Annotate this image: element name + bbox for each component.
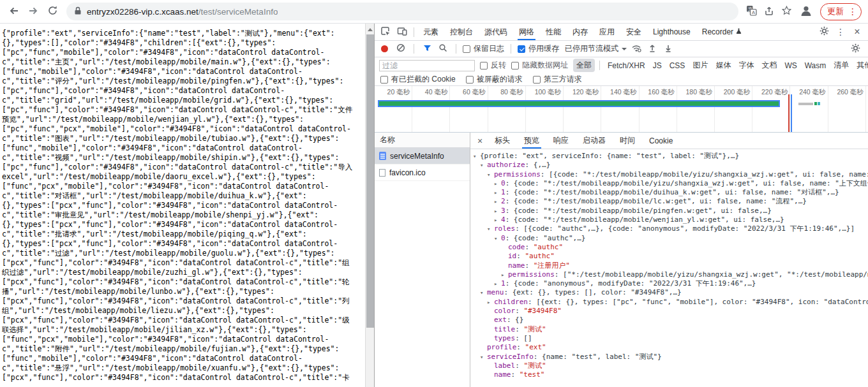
hide-data-urls-checkbox[interactable]: 隐藏数据网址	[511, 60, 568, 71]
tab-性能[interactable]: 性能	[540, 24, 567, 40]
collapse-arrow-icon[interactable]: ▾	[480, 353, 487, 361]
forward-button[interactable]	[24, 3, 42, 20]
checkbox-box[interactable]	[463, 45, 470, 53]
expand-arrow-icon[interactable]: ▸	[494, 179, 501, 188]
translate-icon[interactable]: 文A	[746, 5, 757, 18]
filter-type-Wasm[interactable]: Wasm	[802, 60, 830, 71]
tab-安全[interactable]: 安全	[620, 24, 647, 40]
tree-row[interactable]: ▸children: [{ext: {}, types: ["pc", "fun…	[470, 298, 868, 307]
profile-avatar[interactable]	[799, 4, 813, 20]
checkbox-第三方请求[interactable]: 第三方请求	[533, 74, 582, 85]
detail-tab-时间[interactable]: 时间	[613, 133, 642, 149]
expand-arrow-icon[interactable]: ▸	[494, 215, 501, 224]
checkbox-box[interactable]	[511, 62, 519, 69]
tree-row[interactable]: ▸2: {code: "*:/test/mobileapp/mobile/lc.…	[470, 197, 868, 206]
filter-type-文档[interactable]: 文档	[758, 59, 780, 72]
tree-row[interactable]: ▾serviceInfo: {name: "test", label: "测试"…	[470, 353, 868, 361]
clear-button[interactable]	[394, 43, 407, 55]
checkbox-box[interactable]	[533, 76, 541, 84]
checkbox-有已拦截的 Cookie[interactable]: 有已拦截的 Cookie	[380, 74, 456, 85]
tree-row[interactable]: ▸1: {code: "*:/test/mobileapp/mobile/dui…	[470, 188, 868, 197]
tree-row[interactable]: ▾menu: {ext: {}, types: [], color: "#349…	[470, 288, 868, 297]
filter-type-Fetch/XHR[interactable]: Fetch/XHR	[604, 60, 648, 71]
throttling-dropdown[interactable]: 已停用节流模式	[565, 43, 627, 54]
detail-tab-标头[interactable]: 标头	[488, 133, 517, 149]
checkbox-box[interactable]	[480, 62, 488, 69]
expand-arrow-icon[interactable]: ▸	[501, 270, 508, 279]
device-toolbar-button[interactable]	[394, 24, 410, 40]
page-scrollbar[interactable]	[365, 24, 374, 387]
share-icon[interactable]	[764, 6, 774, 18]
preserve-log-checkbox[interactable]: 保留日志	[463, 43, 504, 54]
tab-内存[interactable]: 内存	[567, 24, 594, 40]
tree-row[interactable]: ▸0: {code: "*:/test/mobileapp/mobile/yiz…	[470, 179, 868, 188]
tree-row[interactable]: ▸1: {code: "anonymous", modifyDate: "202…	[470, 279, 868, 288]
expand-arrow-icon[interactable]: ▸	[494, 197, 501, 206]
disable-cache-checkbox[interactable]: 停用缓存	[518, 43, 559, 54]
filter-type-WS[interactable]: WS	[781, 60, 800, 71]
tree-row[interactable]: ▾authorize: {,…}	[470, 161, 868, 170]
devtools-settings-button[interactable]	[816, 24, 832, 40]
request-row-favicon.ico[interactable]: favicon.ico	[375, 164, 470, 181]
detail-close-button[interactable]: ×	[472, 133, 488, 149]
network-search-button[interactable]	[437, 43, 449, 55]
timeline-overview[interactable]: 20 毫秒40 毫秒60 毫秒80 毫秒100 毫秒120 毫秒140 毫秒16…	[375, 86, 868, 133]
scrollbar-up-button[interactable]	[366, 24, 374, 33]
address-bar[interactable]: entryzx02286-vip.c.xcaas.net/test/servic…	[66, 3, 738, 20]
back-button[interactable]	[5, 3, 23, 20]
chrome-update-button[interactable]: 更新 ⋮	[820, 3, 862, 20]
request-name-header[interactable]: 名称	[375, 133, 470, 148]
filter-input[interactable]	[379, 60, 475, 71]
expand-arrow-icon[interactable]: ▸	[494, 188, 501, 197]
tab-控制台[interactable]: 控制台	[444, 24, 479, 40]
network-conditions-button[interactable]	[630, 43, 643, 55]
tab-源代码[interactable]: 源代码	[479, 24, 513, 40]
collapse-arrow-icon[interactable]: ▾	[487, 224, 494, 233]
export-har-button[interactable]	[662, 43, 675, 55]
tree-row[interactable]: ▸4: {code: "*:/test/mobileapp/mobile/wen…	[470, 215, 868, 224]
detail-tab-响应[interactable]: 响应	[546, 133, 576, 149]
filter-type-图片[interactable]: 图片	[689, 59, 711, 72]
bookmark-star-icon[interactable]	[781, 5, 792, 18]
devtools-menu-button[interactable]: ⋮	[832, 24, 849, 40]
checkbox-box[interactable]	[380, 76, 388, 84]
tab-Recorder[interactable]: Recorder	[696, 24, 747, 40]
tab-应用[interactable]: 应用	[594, 24, 620, 40]
filter-type-其他[interactable]: 其他	[853, 59, 868, 72]
invert-checkbox[interactable]: 反转	[480, 60, 506, 71]
detail-tab-启动器[interactable]: 启动器	[576, 133, 613, 149]
expand-arrow-icon[interactable]: ▸	[487, 298, 494, 307]
tree-row[interactable]: ▸3: {code: "*:/test/mobileapp/mobile/pin…	[470, 207, 868, 215]
tree-row[interactable]: ▾roles: [{code: "authc",…}, {code: "anon…	[470, 224, 868, 233]
checkbox-box-checked[interactable]	[518, 45, 525, 53]
import-har-button[interactable]	[646, 43, 659, 55]
filter-type-JS[interactable]: JS	[650, 60, 665, 71]
tab-元素[interactable]: 元素	[417, 24, 444, 40]
tree-row[interactable]: ▾{profile: "ext", serviceInfo: {name: "t…	[470, 152, 868, 161]
scrollbar-thumb[interactable]	[366, 34, 374, 328]
filter-type-媒体[interactable]: 媒体	[712, 59, 734, 72]
filter-type-清单[interactable]: 清单	[830, 59, 852, 72]
collapse-arrow-icon[interactable]: ▾	[487, 170, 494, 179]
collapse-arrow-icon[interactable]: ▾	[480, 161, 487, 170]
collapse-arrow-icon[interactable]: ▾	[494, 234, 501, 243]
checkbox-被屏蔽的请求[interactable]: 被屏蔽的请求	[466, 74, 523, 85]
filter-type-全部[interactable]: 全部	[573, 59, 595, 72]
expand-arrow-icon[interactable]: ▸	[494, 207, 501, 215]
reload-button[interactable]	[43, 3, 61, 20]
checkbox-box[interactable]	[466, 76, 474, 84]
filter-toggle-button[interactable]	[421, 43, 433, 55]
request-row-serviceMetaInfo[interactable]: serviceMetaInfo	[375, 148, 470, 164]
detail-tab-Cookie[interactable]: Cookie	[642, 133, 680, 149]
tree-row[interactable]: ▾permissions: [{code: "*:/test/mobileapp…	[470, 170, 868, 179]
devtools-close-button[interactable]: ×	[849, 24, 865, 40]
tab-Lighthouse[interactable]: Lighthouse	[647, 24, 696, 40]
inspect-element-button[interactable]	[377, 24, 394, 40]
network-settings-button[interactable]	[847, 41, 864, 57]
filter-type-CSS[interactable]: CSS	[666, 60, 689, 71]
filter-type-字体[interactable]: 字体	[735, 59, 757, 72]
tree-row[interactable]: ▸permissions: ["*:/test/mobileapp/mobile…	[470, 270, 868, 279]
tree-row[interactable]: ▾0: {code: "authc",…}	[470, 234, 868, 243]
tab-网络[interactable]: 网络	[513, 24, 540, 40]
record-button[interactable]	[381, 45, 388, 52]
